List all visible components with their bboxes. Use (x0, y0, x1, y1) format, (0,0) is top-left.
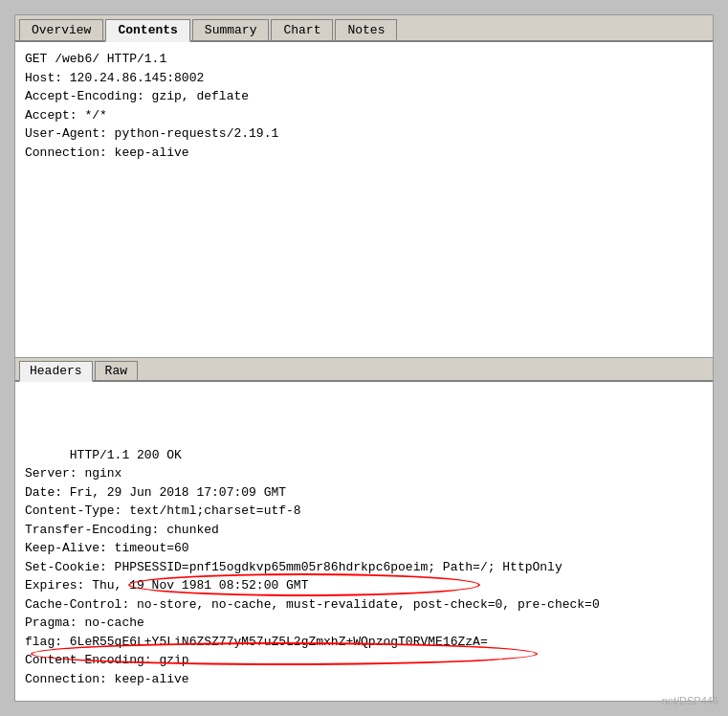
tab-summary[interactable]: Summary (192, 19, 270, 40)
response-text: HTTP/1.1 200 OK Server: nginx Date: Fri,… (25, 448, 605, 702)
response-panel: HTTP/1.1 200 OK Server: nginx Date: Fri,… (15, 382, 713, 701)
watermark: net/DSP446 (662, 695, 718, 706)
request-panel: GET /web6/ HTTP/1.1 Host: 120.24.86.145:… (15, 42, 713, 358)
top-tab-bar: Overview Contents Summary Chart Notes (15, 15, 713, 42)
sub-tab-raw[interactable]: Raw (95, 361, 138, 380)
tab-notes[interactable]: Notes (335, 19, 397, 40)
tab-overview[interactable]: Overview (19, 19, 103, 40)
tab-contents[interactable]: Contents (105, 19, 189, 42)
tab-chart[interactable]: Chart (271, 19, 333, 40)
main-window: Overview Contents Summary Chart Notes GE… (14, 14, 714, 702)
sub-tab-headers[interactable]: Headers (19, 361, 93, 382)
response-content: HTTP/1.1 200 OK Server: nginx Date: Fri,… (25, 427, 703, 701)
sub-tab-bar: Headers Raw (15, 358, 713, 382)
